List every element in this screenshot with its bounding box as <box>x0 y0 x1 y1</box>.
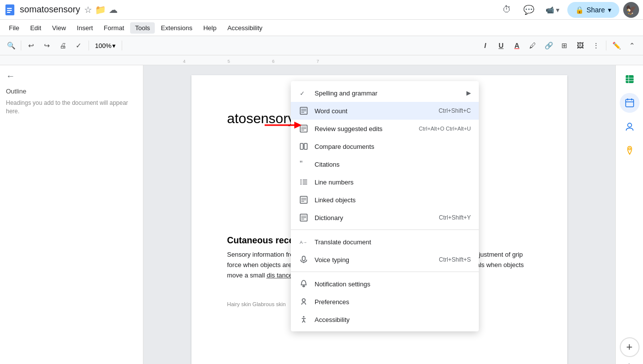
tools-item-review[interactable]: Review suggested edits Ctrl+Alt+O Ctrl+A… <box>291 120 479 137</box>
dictionary-shortcut: Ctrl+Shift+Y <box>439 214 471 221</box>
tools-item-citations[interactable]: " Citations <box>291 155 479 173</box>
tools-item-accessibility[interactable]: Accessibility <box>291 311 479 328</box>
star-icon[interactable]: ☆ <box>84 4 92 15</box>
link-btn[interactable]: 🔗 <box>542 39 555 52</box>
print-btn[interactable]: 🖨 <box>56 39 70 52</box>
comment-button[interactable]: 💬 <box>520 1 538 19</box>
add-panel-btn[interactable]: + <box>620 337 640 357</box>
meet-button[interactable]: 📹 ▾ <box>542 1 563 19</box>
undo-btn[interactable]: ↩ <box>24 39 38 52</box>
back-icon: ← <box>6 71 15 82</box>
edit-mode-btn[interactable]: ✏️ <box>609 39 623 52</box>
tools-item-compare[interactable]: Compare documents <box>291 137 479 155</box>
folder-icon[interactable]: 📁 <box>95 4 106 15</box>
tools-item-voice[interactable]: Voice typing Ctrl+Shift+S <box>291 251 479 269</box>
ruler-mark-6: 6 <box>272 59 275 64</box>
ruler-marks: 4 5 6 7 <box>143 55 643 65</box>
tb-sep-3 <box>122 41 122 50</box>
review-shortcut: Ctrl+Alt+O Ctrl+Alt+U <box>419 126 471 132</box>
svg-point-36 <box>302 299 305 302</box>
ruler-mark-4: 4 <box>183 59 185 64</box>
svg-rect-46 <box>626 99 634 107</box>
calendar-panel-btn[interactable] <box>620 93 640 113</box>
svg-point-37 <box>303 316 305 318</box>
tb-sep-4 <box>606 41 606 50</box>
person-panel-btn[interactable] <box>620 117 640 136</box>
menu-edit[interactable]: Edit <box>25 22 46 34</box>
search-toolbar-btn[interactable]: 🔍 <box>4 39 18 52</box>
tools-item-spelling[interactable]: ✓ Spelling and grammar ▶ <box>291 84 479 102</box>
dd-sep-1 <box>291 229 479 230</box>
meet-chevron: ▾ <box>556 6 559 14</box>
zoom-value: 100% <box>95 42 111 49</box>
voice-shortcut: Ctrl+Shift+S <box>439 256 471 263</box>
history-button[interactable]: ⏱ <box>498 1 516 19</box>
svg-point-51 <box>629 148 631 150</box>
redo-btn[interactable]: ↪ <box>40 39 54 52</box>
tb-sep-1 <box>21 41 21 50</box>
sidebar: ← Outline Headings you add to the docume… <box>0 65 143 364</box>
ruler-mark-7: 7 <box>317 59 319 64</box>
tools-item-preferences[interactable]: Preferences <box>291 293 479 311</box>
sheets-panel-btn[interactable] <box>620 69 640 89</box>
sidebar-back-button[interactable]: ← <box>6 71 137 82</box>
svg-rect-15 <box>300 143 303 149</box>
more-btn[interactable]: ⋮ <box>589 39 603 52</box>
linked-objects-icon <box>299 195 309 205</box>
italic-btn[interactable]: I <box>478 39 492 52</box>
menu-insert[interactable]: Insert <box>72 22 98 34</box>
share-label: Share <box>587 6 605 14</box>
line-numbers-icon <box>299 177 309 187</box>
menu-accessibility[interactable]: Accessibility <box>223 22 268 34</box>
svg-line-41 <box>304 320 305 322</box>
cloud-icon[interactable]: ☁ <box>109 4 118 15</box>
spelling-icon: ✓ <box>299 88 309 98</box>
linked-objects-label: Linked objects <box>315 196 471 204</box>
insert-image-btn[interactable]: 🖼 <box>573 39 587 52</box>
word-count-shortcut: Ctrl+Shift+C <box>439 107 471 114</box>
right-panel: + › <box>615 65 643 364</box>
menu-bar: File Edit View Insert Format Tools Exten… <box>0 20 643 36</box>
share-button[interactable]: 🔒 Share ▾ <box>567 2 619 18</box>
svg-rect-16 <box>304 143 307 149</box>
tools-dropdown-menu[interactable]: ✓ Spelling and grammar ▶ Word count Ctrl… <box>291 81 479 331</box>
menu-tools[interactable]: Tools <box>130 22 155 34</box>
document-area[interactable]: atosensory Cutaneous receptors Sensory i… <box>143 65 615 364</box>
tools-item-linked-objects[interactable]: Linked objects <box>291 191 479 209</box>
review-label: Review suggested edits <box>315 125 413 133</box>
zoom-control[interactable]: 100% ▾ <box>92 41 119 50</box>
maps-panel-btn[interactable] <box>620 140 640 160</box>
preferences-label: Preferences <box>315 298 471 306</box>
menu-help[interactable]: Help <box>198 22 222 34</box>
tools-item-dictionary[interactable]: Dictionary Ctrl+Shift+Y <box>291 209 479 227</box>
title-icons: ☆ 📁 ☁ <box>84 4 118 15</box>
menu-extensions[interactable]: Extensions <box>156 22 197 34</box>
menu-view[interactable]: View <box>47 22 71 34</box>
spellcheck-btn[interactable]: ✓ <box>72 39 86 52</box>
zoom-chevron: ▾ <box>112 42 116 49</box>
tools-item-line-numbers[interactable]: Line numbers <box>291 173 479 191</box>
translate-label: Translate document <box>315 238 471 246</box>
svg-text:A→: A→ <box>300 240 307 245</box>
tools-item-word-count[interactable]: Word count Ctrl+Shift+C <box>291 102 479 120</box>
preferences-icon <box>299 297 309 307</box>
dictionary-icon <box>299 213 309 223</box>
expand-panel-btn[interactable]: › <box>629 361 631 364</box>
underline-btn[interactable]: U <box>494 39 508 52</box>
tools-item-notifications[interactable]: Notification settings <box>291 275 479 293</box>
meet-icon: 📹 <box>546 6 554 14</box>
tools-item-translate[interactable]: A→ Translate document <box>291 233 479 251</box>
highlight-btn[interactable]: 🖊 <box>526 39 540 52</box>
outline-title: Outline <box>6 88 137 95</box>
ruler: 4 5 6 7 <box>0 55 643 65</box>
menu-format[interactable]: Format <box>99 22 129 34</box>
insert-link-btn[interactable]: ⊞ <box>557 39 571 52</box>
voice-label: Voice typing <box>315 256 433 264</box>
text-color-btn[interactable]: A <box>510 39 524 52</box>
menu-file[interactable]: File <box>4 22 24 34</box>
svg-point-50 <box>628 123 632 127</box>
user-avatar[interactable]: 🦅 <box>623 2 639 18</box>
collapse-btn[interactable]: ⌃ <box>625 39 639 52</box>
svg-text:✓: ✓ <box>300 90 305 97</box>
svg-text:": " <box>300 160 303 168</box>
